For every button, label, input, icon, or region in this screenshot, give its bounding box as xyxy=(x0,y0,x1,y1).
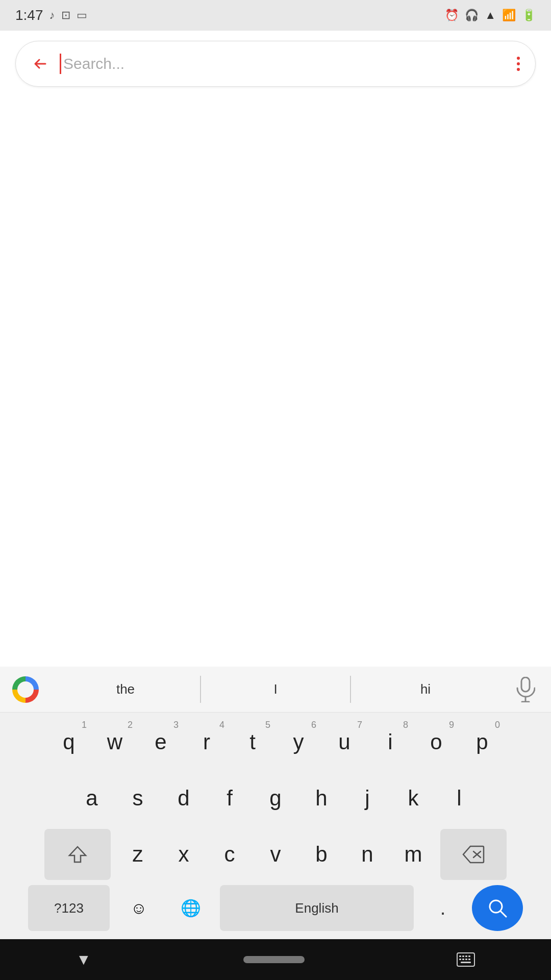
key-b[interactable]: b xyxy=(298,829,344,880)
emoji-icon: ☺ xyxy=(131,899,147,918)
screen-mirror-icon: ▭ xyxy=(77,9,87,22)
key-row-3: z x c v b n m xyxy=(0,829,551,880)
search-input-area[interactable]: Search... xyxy=(60,54,507,74)
key-h[interactable]: h xyxy=(298,773,344,824)
search-key-button[interactable] xyxy=(472,885,523,931)
nav-home-pill xyxy=(243,956,305,963)
nav-keyboard-button[interactable] xyxy=(457,952,475,967)
back-button[interactable] xyxy=(31,55,49,73)
backspace-key[interactable] xyxy=(440,829,507,880)
key-u[interactable]: 7u xyxy=(321,717,367,768)
mic-button[interactable] xyxy=(505,669,546,710)
status-left: 1:47 ♪ ⊡ ▭ xyxy=(15,7,87,23)
more-dot-1 xyxy=(517,57,520,60)
key-f[interactable]: f xyxy=(207,773,253,824)
suggestion-the[interactable]: the xyxy=(51,667,200,712)
svg-rect-10 xyxy=(465,955,467,957)
keyboard-area: the I hi 1q 2w 3e 4r 5t 6y 7u 8i 9o 0p xyxy=(0,667,551,939)
svg-rect-11 xyxy=(468,955,470,957)
alarm-icon: ⏰ xyxy=(445,9,459,22)
svg-rect-9 xyxy=(462,955,464,957)
key-l[interactable]: l xyxy=(436,773,482,824)
more-dot-2 xyxy=(517,62,520,65)
key-t[interactable]: 5t xyxy=(230,717,276,768)
status-bar: 1:47 ♪ ⊡ ▭ ⏰ 🎧 ▲ 📶 🔋 xyxy=(0,0,551,31)
svg-rect-8 xyxy=(459,955,461,957)
svg-rect-0 xyxy=(521,677,530,692)
main-content xyxy=(0,97,551,464)
search-bar: Search... xyxy=(15,41,536,87)
key-j[interactable]: j xyxy=(344,773,390,824)
headphone-icon: 🎧 xyxy=(465,9,479,22)
numbers-key[interactable]: ?123 xyxy=(28,885,110,931)
key-p[interactable]: 0p xyxy=(459,717,505,768)
wifi-icon: ▲ xyxy=(485,9,496,22)
key-v[interactable]: v xyxy=(253,829,298,880)
svg-rect-14 xyxy=(465,959,467,960)
svg-rect-16 xyxy=(461,962,471,963)
key-a[interactable]: a xyxy=(69,773,115,824)
screenshot-icon: ⊡ xyxy=(61,9,70,22)
key-m[interactable]: m xyxy=(390,829,436,880)
globe-icon: 🌐 xyxy=(181,898,201,918)
key-x[interactable]: x xyxy=(161,829,207,880)
google-logo xyxy=(5,669,46,710)
nav-down-icon: ▼ xyxy=(76,951,91,968)
text-cursor xyxy=(60,54,61,74)
space-key[interactable]: English xyxy=(220,885,414,931)
key-g[interactable]: g xyxy=(253,773,298,824)
key-r[interactable]: 4r xyxy=(184,717,230,768)
key-e[interactable]: 3e xyxy=(138,717,184,768)
shift-key[interactable] xyxy=(44,829,111,880)
nav-home-button[interactable] xyxy=(243,956,305,963)
key-n[interactable]: n xyxy=(344,829,390,880)
period-key[interactable]: . xyxy=(420,885,466,931)
key-q[interactable]: 1q xyxy=(46,717,92,768)
search-placeholder: Search... xyxy=(63,55,124,72)
keyboard-rows: 1q 2w 3e 4r 5t 6y 7u 8i 9o 0p a s d f g … xyxy=(0,713,551,939)
battery-icon: 🔋 xyxy=(522,9,536,22)
signal-icon: 📶 xyxy=(502,9,516,22)
more-button[interactable] xyxy=(517,57,520,71)
svg-rect-15 xyxy=(468,959,470,960)
music-icon: ♪ xyxy=(49,9,55,22)
key-o[interactable]: 9o xyxy=(413,717,459,768)
suggestion-i[interactable]: I xyxy=(201,667,350,712)
emoji-key[interactable]: ☺ xyxy=(116,885,162,931)
nav-bar: ▼ xyxy=(0,939,551,980)
key-z[interactable]: z xyxy=(115,829,161,880)
key-d[interactable]: d xyxy=(161,773,207,824)
key-k[interactable]: k xyxy=(390,773,436,824)
key-row-1: 1q 2w 3e 4r 5t 6y 7u 8i 9o 0p xyxy=(0,717,551,768)
key-i[interactable]: 8i xyxy=(367,717,413,768)
key-c[interactable]: c xyxy=(207,829,253,880)
key-row-2: a s d f g h j k l xyxy=(0,773,551,824)
nav-down-button[interactable]: ▼ xyxy=(76,951,91,968)
search-bar-container: Search... xyxy=(0,31,551,97)
more-dot-3 xyxy=(517,68,520,71)
svg-line-6 xyxy=(500,911,506,917)
key-w[interactable]: 2w xyxy=(92,717,138,768)
globe-key[interactable]: 🌐 xyxy=(168,885,214,931)
suggestion-hi[interactable]: hi xyxy=(351,667,500,712)
svg-rect-12 xyxy=(459,959,461,960)
key-y[interactable]: 6y xyxy=(276,717,321,768)
key-s[interactable]: s xyxy=(115,773,161,824)
status-right: ⏰ 🎧 ▲ 📶 🔋 xyxy=(445,9,536,22)
bottom-key-row: ?123 ☺ 🌐 English . xyxy=(0,885,551,931)
suggestions-row: the I hi xyxy=(0,667,551,713)
svg-rect-13 xyxy=(462,959,464,960)
status-time: 1:47 xyxy=(15,7,43,23)
